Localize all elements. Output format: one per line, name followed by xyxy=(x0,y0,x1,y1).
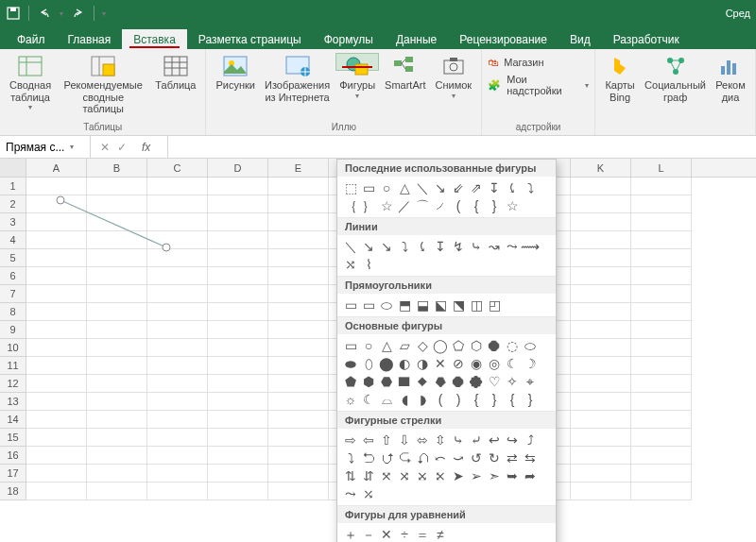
shape-option[interactable]: △ xyxy=(379,338,394,353)
shape-option[interactable]: ⤪ xyxy=(433,468,448,483)
tab-data[interactable]: Данные xyxy=(385,29,448,49)
cell[interactable] xyxy=(268,429,329,447)
row-header[interactable]: 7 xyxy=(0,285,26,303)
shape-option[interactable]: ↺ xyxy=(469,450,484,466)
tab-formulas[interactable]: Формулы xyxy=(313,29,385,49)
cell[interactable] xyxy=(147,267,208,285)
shape-option[interactable]: ⮎ xyxy=(397,450,412,466)
cell[interactable] xyxy=(87,465,147,483)
row-header[interactable]: 3 xyxy=(0,213,26,231)
shape-option[interactable]: } xyxy=(487,392,502,407)
column-header[interactable]: D xyxy=(208,159,268,177)
fx-icon[interactable]: fx xyxy=(134,141,158,154)
tab-view[interactable]: Вид xyxy=(558,29,602,49)
cell[interactable] xyxy=(87,483,147,500)
cell[interactable] xyxy=(571,483,631,500)
cell[interactable] xyxy=(208,393,268,411)
shape-option[interactable]: ✕ xyxy=(379,527,394,542)
cell[interactable] xyxy=(87,393,147,411)
shape-option[interactable]: ⮏ xyxy=(415,450,430,466)
shape-option[interactable]: ⤵ xyxy=(397,239,412,254)
cell[interactable] xyxy=(268,178,329,195)
row-header[interactable]: 15 xyxy=(0,429,26,447)
shape-option[interactable]: ÷ xyxy=(397,527,412,542)
shape-option[interactable]: ↘ xyxy=(433,180,448,195)
shape-option[interactable]: ⇙ xyxy=(451,180,466,195)
shape-option[interactable]: ⇦ xyxy=(361,432,376,448)
shape-option[interactable]: ♡ xyxy=(487,374,502,389)
row-header[interactable]: 8 xyxy=(0,303,26,321)
cell[interactable] xyxy=(208,411,268,429)
cell[interactable] xyxy=(26,483,87,500)
cell[interactable] xyxy=(87,267,147,285)
shape-option[interactable]: ⯃ xyxy=(451,374,466,389)
shape-option[interactable]: △ xyxy=(397,180,412,195)
cell[interactable] xyxy=(268,483,329,500)
shape-option[interactable]: ⤶ xyxy=(469,432,484,448)
screenshot-button[interactable]: Снимок ▾ xyxy=(431,53,475,71)
shape-option[interactable]: ＝ xyxy=(415,527,430,542)
cell[interactable] xyxy=(208,195,268,213)
shape-option[interactable]: ⤵ xyxy=(523,180,538,195)
cell[interactable] xyxy=(268,321,329,339)
cell[interactable] xyxy=(26,411,87,429)
cell[interactable] xyxy=(208,357,268,375)
cell[interactable] xyxy=(147,375,208,393)
shape-option[interactable]: ｛ xyxy=(343,198,358,213)
column-header[interactable]: A xyxy=(26,159,87,177)
shape-option[interactable]: ⤷ xyxy=(451,432,466,448)
shape-option[interactable]: } xyxy=(523,392,538,407)
cell[interactable] xyxy=(571,429,631,447)
cell[interactable] xyxy=(631,447,692,465)
enter-icon[interactable]: ✓ xyxy=(117,141,127,154)
recommended-pivot-button[interactable]: Рекомендуемые сводные таблицы xyxy=(57,53,149,71)
cell[interactable] xyxy=(26,393,87,411)
shape-option[interactable]: ＼ xyxy=(343,239,358,254)
cell[interactable] xyxy=(631,339,692,357)
cell[interactable] xyxy=(571,393,631,411)
shape-option[interactable]: ⊘ xyxy=(451,356,466,371)
shape-option[interactable]: ◌ xyxy=(505,338,520,353)
shape-option[interactable]: ↧ xyxy=(433,239,448,254)
pictures-button[interactable]: Рисунки xyxy=(212,53,259,71)
column-header[interactable]: C xyxy=(147,159,208,177)
cell[interactable] xyxy=(268,231,329,249)
shape-option[interactable]: ⇧ xyxy=(379,432,394,448)
shape-option[interactable]: ⟿ xyxy=(523,239,538,254)
row-header[interactable]: 4 xyxy=(0,231,26,249)
shape-option[interactable]: ⤴ xyxy=(523,432,538,448)
shape-option[interactable]: ↘ xyxy=(361,239,376,254)
cell[interactable] xyxy=(631,375,692,393)
shape-option[interactable]: ⬣ xyxy=(379,374,394,389)
cell[interactable] xyxy=(631,213,692,231)
cell[interactable] xyxy=(147,429,208,447)
shape-option[interactable]: ✕ xyxy=(433,356,448,371)
qat-customize-icon[interactable]: ▾ xyxy=(102,9,106,18)
shape-option[interactable]: ◖ xyxy=(397,392,412,407)
column-header[interactable]: K xyxy=(571,159,631,177)
cell[interactable] xyxy=(268,285,329,303)
shape-option[interactable]: ⤭ xyxy=(343,257,358,272)
cell[interactable] xyxy=(26,339,87,357)
shape-option[interactable]: } xyxy=(487,198,502,213)
shape-option[interactable]: ⤩ xyxy=(415,468,430,483)
cell[interactable] xyxy=(631,285,692,303)
smartart-button[interactable]: SmartArt xyxy=(381,53,429,71)
cancel-icon[interactable]: ✕ xyxy=(100,141,110,154)
shape-option[interactable]: ⤹ xyxy=(415,239,430,254)
cell[interactable] xyxy=(147,303,208,321)
select-all-corner[interactable] xyxy=(0,159,26,177)
cell[interactable] xyxy=(268,339,329,357)
line-shape[interactable] xyxy=(53,193,176,259)
cell[interactable] xyxy=(268,267,329,285)
my-addins-button[interactable]: 🧩Мои надстройки▾ xyxy=(488,74,589,96)
cell[interactable] xyxy=(208,339,268,357)
row-header[interactable]: 9 xyxy=(0,321,26,339)
cell[interactable] xyxy=(268,411,329,429)
cell[interactable] xyxy=(571,195,631,213)
row-header[interactable]: 11 xyxy=(0,357,26,375)
row-header[interactable]: 16 xyxy=(0,447,26,465)
undo-icon[interactable] xyxy=(37,6,52,21)
column-header[interactable]: L xyxy=(631,159,692,177)
cell[interactable] xyxy=(208,267,268,285)
